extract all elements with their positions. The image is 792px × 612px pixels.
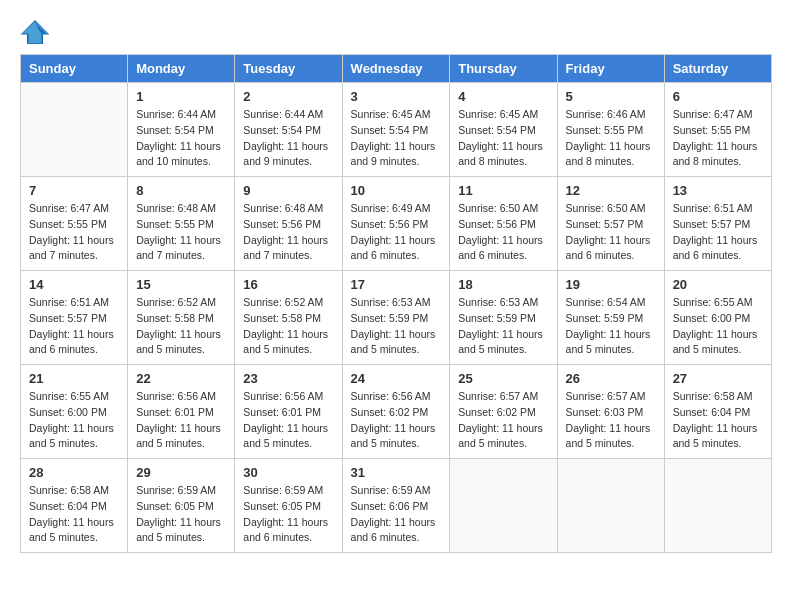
calendar-cell: 8Sunrise: 6:48 AMSunset: 5:55 PMDaylight… bbox=[128, 177, 235, 271]
calendar-cell bbox=[557, 459, 664, 553]
cell-info: Sunrise: 6:48 AMSunset: 5:55 PMDaylight:… bbox=[136, 201, 226, 264]
calendar-cell: 18Sunrise: 6:53 AMSunset: 5:59 PMDayligh… bbox=[450, 271, 557, 365]
calendar-cell: 2Sunrise: 6:44 AMSunset: 5:54 PMDaylight… bbox=[235, 83, 342, 177]
calendar-header-row: SundayMondayTuesdayWednesdayThursdayFrid… bbox=[21, 55, 772, 83]
cell-info: Sunrise: 6:53 AMSunset: 5:59 PMDaylight:… bbox=[351, 295, 442, 358]
day-number: 3 bbox=[351, 89, 442, 104]
cell-info: Sunrise: 6:44 AMSunset: 5:54 PMDaylight:… bbox=[136, 107, 226, 170]
cell-info: Sunrise: 6:56 AMSunset: 6:01 PMDaylight:… bbox=[243, 389, 333, 452]
calendar-cell: 6Sunrise: 6:47 AMSunset: 5:55 PMDaylight… bbox=[664, 83, 771, 177]
calendar-table: SundayMondayTuesdayWednesdayThursdayFrid… bbox=[20, 54, 772, 553]
day-number: 26 bbox=[566, 371, 656, 386]
calendar-cell: 29Sunrise: 6:59 AMSunset: 6:05 PMDayligh… bbox=[128, 459, 235, 553]
calendar-cell bbox=[450, 459, 557, 553]
day-number: 28 bbox=[29, 465, 119, 480]
day-number: 7 bbox=[29, 183, 119, 198]
calendar-week-row: 28Sunrise: 6:58 AMSunset: 6:04 PMDayligh… bbox=[21, 459, 772, 553]
calendar-day-header: Thursday bbox=[450, 55, 557, 83]
day-number: 13 bbox=[673, 183, 763, 198]
cell-info: Sunrise: 6:49 AMSunset: 5:56 PMDaylight:… bbox=[351, 201, 442, 264]
cell-info: Sunrise: 6:46 AMSunset: 5:55 PMDaylight:… bbox=[566, 107, 656, 170]
day-number: 14 bbox=[29, 277, 119, 292]
day-number: 2 bbox=[243, 89, 333, 104]
cell-info: Sunrise: 6:52 AMSunset: 5:58 PMDaylight:… bbox=[136, 295, 226, 358]
day-number: 15 bbox=[136, 277, 226, 292]
day-number: 24 bbox=[351, 371, 442, 386]
calendar-cell: 4Sunrise: 6:45 AMSunset: 5:54 PMDaylight… bbox=[450, 83, 557, 177]
cell-info: Sunrise: 6:53 AMSunset: 5:59 PMDaylight:… bbox=[458, 295, 548, 358]
calendar-cell bbox=[21, 83, 128, 177]
day-number: 25 bbox=[458, 371, 548, 386]
cell-info: Sunrise: 6:48 AMSunset: 5:56 PMDaylight:… bbox=[243, 201, 333, 264]
day-number: 5 bbox=[566, 89, 656, 104]
calendar-cell: 5Sunrise: 6:46 AMSunset: 5:55 PMDaylight… bbox=[557, 83, 664, 177]
cell-info: Sunrise: 6:47 AMSunset: 5:55 PMDaylight:… bbox=[29, 201, 119, 264]
calendar-day-header: Saturday bbox=[664, 55, 771, 83]
calendar-day-header: Friday bbox=[557, 55, 664, 83]
day-number: 10 bbox=[351, 183, 442, 198]
day-number: 20 bbox=[673, 277, 763, 292]
cell-info: Sunrise: 6:55 AMSunset: 6:00 PMDaylight:… bbox=[29, 389, 119, 452]
cell-info: Sunrise: 6:55 AMSunset: 6:00 PMDaylight:… bbox=[673, 295, 763, 358]
day-number: 29 bbox=[136, 465, 226, 480]
cell-info: Sunrise: 6:56 AMSunset: 6:02 PMDaylight:… bbox=[351, 389, 442, 452]
cell-info: Sunrise: 6:59 AMSunset: 6:05 PMDaylight:… bbox=[136, 483, 226, 546]
calendar-cell: 21Sunrise: 6:55 AMSunset: 6:00 PMDayligh… bbox=[21, 365, 128, 459]
day-number: 11 bbox=[458, 183, 548, 198]
calendar-week-row: 21Sunrise: 6:55 AMSunset: 6:00 PMDayligh… bbox=[21, 365, 772, 459]
cell-info: Sunrise: 6:45 AMSunset: 5:54 PMDaylight:… bbox=[351, 107, 442, 170]
day-number: 27 bbox=[673, 371, 763, 386]
calendar-day-header: Monday bbox=[128, 55, 235, 83]
day-number: 1 bbox=[136, 89, 226, 104]
day-number: 17 bbox=[351, 277, 442, 292]
day-number: 8 bbox=[136, 183, 226, 198]
day-number: 12 bbox=[566, 183, 656, 198]
calendar-cell: 16Sunrise: 6:52 AMSunset: 5:58 PMDayligh… bbox=[235, 271, 342, 365]
calendar-cell: 23Sunrise: 6:56 AMSunset: 6:01 PMDayligh… bbox=[235, 365, 342, 459]
calendar-cell: 10Sunrise: 6:49 AMSunset: 5:56 PMDayligh… bbox=[342, 177, 450, 271]
calendar-cell: 15Sunrise: 6:52 AMSunset: 5:58 PMDayligh… bbox=[128, 271, 235, 365]
cell-info: Sunrise: 6:51 AMSunset: 5:57 PMDaylight:… bbox=[673, 201, 763, 264]
calendar-day-header: Wednesday bbox=[342, 55, 450, 83]
logo bbox=[20, 20, 54, 44]
day-number: 4 bbox=[458, 89, 548, 104]
calendar-cell bbox=[664, 459, 771, 553]
calendar-cell: 22Sunrise: 6:56 AMSunset: 6:01 PMDayligh… bbox=[128, 365, 235, 459]
cell-info: Sunrise: 6:58 AMSunset: 6:04 PMDaylight:… bbox=[29, 483, 119, 546]
calendar-cell: 19Sunrise: 6:54 AMSunset: 5:59 PMDayligh… bbox=[557, 271, 664, 365]
calendar-cell: 24Sunrise: 6:56 AMSunset: 6:02 PMDayligh… bbox=[342, 365, 450, 459]
calendar-cell: 13Sunrise: 6:51 AMSunset: 5:57 PMDayligh… bbox=[664, 177, 771, 271]
day-number: 19 bbox=[566, 277, 656, 292]
calendar-cell: 1Sunrise: 6:44 AMSunset: 5:54 PMDaylight… bbox=[128, 83, 235, 177]
cell-info: Sunrise: 6:59 AMSunset: 6:06 PMDaylight:… bbox=[351, 483, 442, 546]
cell-info: Sunrise: 6:44 AMSunset: 5:54 PMDaylight:… bbox=[243, 107, 333, 170]
calendar-cell: 25Sunrise: 6:57 AMSunset: 6:02 PMDayligh… bbox=[450, 365, 557, 459]
logo-icon bbox=[20, 20, 50, 44]
cell-info: Sunrise: 6:57 AMSunset: 6:03 PMDaylight:… bbox=[566, 389, 656, 452]
calendar-cell: 27Sunrise: 6:58 AMSunset: 6:04 PMDayligh… bbox=[664, 365, 771, 459]
day-number: 31 bbox=[351, 465, 442, 480]
day-number: 16 bbox=[243, 277, 333, 292]
cell-info: Sunrise: 6:52 AMSunset: 5:58 PMDaylight:… bbox=[243, 295, 333, 358]
calendar-cell: 17Sunrise: 6:53 AMSunset: 5:59 PMDayligh… bbox=[342, 271, 450, 365]
calendar-cell: 26Sunrise: 6:57 AMSunset: 6:03 PMDayligh… bbox=[557, 365, 664, 459]
calendar-day-header: Sunday bbox=[21, 55, 128, 83]
calendar-cell: 14Sunrise: 6:51 AMSunset: 5:57 PMDayligh… bbox=[21, 271, 128, 365]
calendar-day-header: Tuesday bbox=[235, 55, 342, 83]
cell-info: Sunrise: 6:57 AMSunset: 6:02 PMDaylight:… bbox=[458, 389, 548, 452]
cell-info: Sunrise: 6:50 AMSunset: 5:56 PMDaylight:… bbox=[458, 201, 548, 264]
calendar-cell: 3Sunrise: 6:45 AMSunset: 5:54 PMDaylight… bbox=[342, 83, 450, 177]
page-header bbox=[20, 20, 772, 44]
cell-info: Sunrise: 6:54 AMSunset: 5:59 PMDaylight:… bbox=[566, 295, 656, 358]
calendar-cell: 20Sunrise: 6:55 AMSunset: 6:00 PMDayligh… bbox=[664, 271, 771, 365]
cell-info: Sunrise: 6:51 AMSunset: 5:57 PMDaylight:… bbox=[29, 295, 119, 358]
day-number: 23 bbox=[243, 371, 333, 386]
day-number: 22 bbox=[136, 371, 226, 386]
cell-info: Sunrise: 6:50 AMSunset: 5:57 PMDaylight:… bbox=[566, 201, 656, 264]
day-number: 9 bbox=[243, 183, 333, 198]
cell-info: Sunrise: 6:58 AMSunset: 6:04 PMDaylight:… bbox=[673, 389, 763, 452]
calendar-cell: 12Sunrise: 6:50 AMSunset: 5:57 PMDayligh… bbox=[557, 177, 664, 271]
cell-info: Sunrise: 6:45 AMSunset: 5:54 PMDaylight:… bbox=[458, 107, 548, 170]
calendar-cell: 7Sunrise: 6:47 AMSunset: 5:55 PMDaylight… bbox=[21, 177, 128, 271]
calendar-cell: 9Sunrise: 6:48 AMSunset: 5:56 PMDaylight… bbox=[235, 177, 342, 271]
